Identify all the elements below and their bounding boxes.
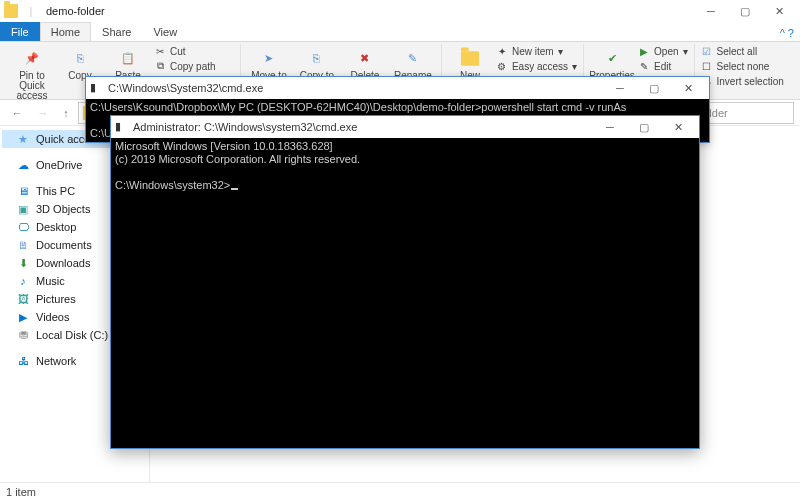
nav-up-button[interactable]: ↑ bbox=[58, 102, 74, 124]
edit-icon: ✎ bbox=[638, 60, 650, 72]
cmd2-title: Administrator: C:\Windows\system32\cmd.e… bbox=[133, 121, 357, 133]
desktop-icon: 🖵 bbox=[16, 220, 30, 234]
cloud-icon: ☁ bbox=[16, 158, 30, 172]
pin-icon: 📌 bbox=[20, 46, 44, 70]
move-to-icon: ➤ bbox=[257, 46, 281, 70]
new-item-button[interactable]: ✦New item ▾ bbox=[496, 44, 577, 58]
status-text: 1 item bbox=[6, 486, 36, 498]
new-item-icon: ✦ bbox=[496, 45, 508, 57]
open-icon: ▶ bbox=[638, 45, 650, 57]
properties-icon: ✔ bbox=[600, 46, 624, 70]
close-button[interactable]: ✕ bbox=[762, 0, 796, 22]
copy-icon: ⎘ bbox=[68, 46, 92, 70]
cmd2-body[interactable]: Microsoft Windows [Version 10.0.18363.62… bbox=[111, 138, 699, 448]
cmd1-close-button[interactable]: ✕ bbox=[671, 77, 705, 99]
explorer-titlebar: | demo-folder ─ ▢ ✕ bbox=[0, 0, 800, 22]
tab-file[interactable]: File bbox=[0, 22, 40, 41]
select-all-button[interactable]: ☑Select all bbox=[701, 44, 784, 58]
qat-divider: | bbox=[24, 4, 38, 18]
ribbon-tabs: File Home Share View ^ ? bbox=[0, 22, 800, 42]
videos-icon: ▶ bbox=[16, 310, 30, 324]
copy-path-icon: ⧉ bbox=[154, 60, 166, 72]
cursor bbox=[231, 188, 238, 190]
easy-access-button[interactable]: ⚙Easy access ▾ bbox=[496, 59, 577, 73]
select-all-icon: ☑ bbox=[701, 45, 713, 57]
star-icon: ★ bbox=[16, 132, 30, 146]
cut-icon: ✂ bbox=[154, 45, 166, 57]
downloads-icon: ⬇ bbox=[16, 256, 30, 270]
cmd1-title: C:\Windows\System32\cmd.exe bbox=[108, 82, 263, 94]
cmd2-close-button[interactable]: ✕ bbox=[661, 116, 695, 138]
nav-back-button[interactable]: ← bbox=[6, 102, 28, 124]
copy-path-button[interactable]: ⧉Copy path bbox=[154, 59, 234, 73]
maximize-button[interactable]: ▢ bbox=[728, 0, 762, 22]
folder-icon bbox=[4, 4, 18, 18]
copy-to-icon: ⎘ bbox=[305, 46, 329, 70]
pc-icon: 🖥 bbox=[16, 184, 30, 198]
new-folder-icon bbox=[458, 46, 482, 70]
network-icon: 🖧 bbox=[16, 354, 30, 368]
cmd1-line1: C:\Users\Ksound\Dropbox\My PC (DESKTOP-6… bbox=[90, 101, 626, 113]
rename-icon: ✎ bbox=[401, 46, 425, 70]
tab-home[interactable]: Home bbox=[40, 22, 91, 41]
nav-forward-button[interactable]: → bbox=[32, 102, 54, 124]
open-button[interactable]: ▶Open ▾ bbox=[638, 44, 687, 58]
edit-button[interactable]: ✎Edit bbox=[638, 59, 687, 73]
delete-icon: ✖ bbox=[353, 46, 377, 70]
cmd1-maximize-button[interactable]: ▢ bbox=[637, 77, 671, 99]
invert-selection-button[interactable]: ⇅Invert selection bbox=[701, 74, 784, 88]
status-bar: 1 item bbox=[0, 482, 800, 500]
cmd-icon: ▮ bbox=[90, 81, 104, 95]
cmd2-minimize-button[interactable]: ─ bbox=[593, 116, 627, 138]
cut-button[interactable]: ✂Cut bbox=[154, 44, 234, 58]
pin-button[interactable]: 📌 Pin to Quick access bbox=[10, 44, 54, 101]
cmd2-line2: (c) 2019 Microsoft Corporation. All righ… bbox=[115, 153, 360, 165]
cmd1-titlebar[interactable]: ▮ C:\Windows\System32\cmd.exe ─ ▢ ✕ bbox=[86, 77, 709, 99]
cmd2-maximize-button[interactable]: ▢ bbox=[627, 116, 661, 138]
music-icon: ♪ bbox=[16, 274, 30, 288]
minimize-button[interactable]: ─ bbox=[694, 0, 728, 22]
paste-icon: 📋 bbox=[116, 46, 140, 70]
select-none-icon: ☐ bbox=[701, 60, 713, 72]
documents-icon: 🗎 bbox=[16, 238, 30, 252]
select-none-button[interactable]: ☐Select none bbox=[701, 59, 784, 73]
ribbon-help-icon[interactable]: ^ ? bbox=[774, 25, 800, 41]
tab-share[interactable]: Share bbox=[91, 22, 142, 41]
cmd2-titlebar[interactable]: ▮ Administrator: C:\Windows\system32\cmd… bbox=[111, 116, 699, 138]
cmd-icon: ▮ bbox=[115, 120, 129, 134]
cmd2-line1: Microsoft Windows [Version 10.0.18363.62… bbox=[115, 140, 333, 152]
cmd-window-admin[interactable]: ▮ Administrator: C:\Windows\system32\cmd… bbox=[110, 115, 700, 449]
cmd1-minimize-button[interactable]: ─ bbox=[603, 77, 637, 99]
cmd2-prompt: C:\Windows\system32> bbox=[115, 179, 230, 191]
disk-icon: ⛃ bbox=[16, 328, 30, 342]
easy-access-icon: ⚙ bbox=[496, 60, 508, 72]
pictures-icon: 🖼 bbox=[16, 292, 30, 306]
tab-view[interactable]: View bbox=[142, 22, 188, 41]
cube-icon: ▣ bbox=[16, 202, 30, 216]
window-title: demo-folder bbox=[46, 5, 105, 17]
